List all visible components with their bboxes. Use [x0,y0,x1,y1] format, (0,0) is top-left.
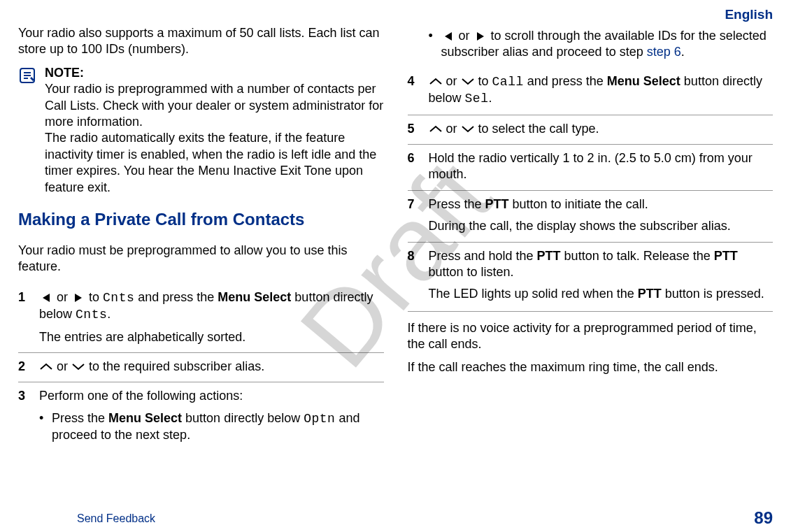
step-number: 7 [408,196,420,235]
sub-bullet: • or to scroll through the available IDs… [429,28,774,61]
ptt-label: PTT [485,197,509,211]
text: and press the [524,74,607,88]
menu-code: Call [492,75,524,89]
sub-bullets-cont: • or to scroll through the available IDs… [429,28,774,61]
step-crossref-link[interactable]: step 6 [647,45,681,59]
note-text-1: Your radio is preprogrammed with a numbe… [45,81,384,130]
text: to the required subscriber alias. [85,359,264,373]
step-result: The entries are alphabetically sorted. [39,329,384,345]
ptt-label: PTT [638,287,662,301]
bullet-icon: • [39,410,45,444]
text: to [85,290,103,304]
note-block: NOTE: Your radio is preprogrammed with a… [18,65,384,196]
step-body: or to select the call type. [429,121,774,137]
text: or [443,74,461,88]
step-body: Press the PTT button to initiate the cal… [429,196,774,235]
section-intro: Your radio must be preprogrammed to allo… [18,243,384,275]
step-body: or to Cnts and press the Menu Select but… [39,289,384,345]
nav-down-icon [71,362,85,372]
step-number: 5 [408,121,420,137]
bullet-icon: • [429,28,434,61]
step-body: or to the required subscriber alias. [39,359,384,375]
text: The LED lights up solid red when the [429,287,638,301]
text: . [107,307,111,321]
text: Press the [52,411,108,425]
steps-list-right: 4 or to Call and press the Menu Select b… [408,68,774,312]
nav-left-icon [441,31,455,41]
menu-code: Sel [465,92,489,106]
step-5: 5 or to select the call type. [408,115,774,144]
step-6: 6 Hold the radio vertically 1 to 2 in. (… [408,144,774,190]
nav-right-icon [71,293,85,303]
ptt-label: PTT [537,249,561,263]
step-body: Perform one of the following actions: • … [39,388,384,447]
step-body: Press and hold the PTT button to talk. R… [429,248,774,303]
text: Press the [429,197,485,211]
sub-bullet: • Press the Menu Select button directly … [39,410,384,444]
content-columns: Your radio also supports a maximum of 50… [14,25,777,455]
menu-code: Optn [304,412,335,426]
text: to [475,74,492,88]
bullet-text: or to scroll through the available IDs f… [441,28,774,61]
step-4: 4 or to Call and press the Menu Select b… [408,68,774,115]
step-2: 2 or to the required subscriber alias. [18,352,384,382]
step-8: 8 Press and hold the PTT button to talk.… [408,242,774,312]
note-text-2: The radio automatically exits the featur… [45,130,384,196]
menu-code: Cnts [103,291,134,305]
page-number: 89 [754,508,773,528]
text: button to initiate the call. [509,197,648,211]
menu-select-label: Menu Select [108,411,182,425]
text: . [488,91,492,105]
step-lead: Perform one of the following actions: [39,388,384,404]
nav-down-icon [461,124,475,134]
step-number: 8 [408,248,420,303]
step-number: 3 [18,388,31,447]
language-label: English [14,7,777,25]
text: Press and hold the [429,249,537,263]
bullet-text: Press the Menu Select button directly be… [52,410,384,444]
text: to select the call type. [475,122,599,136]
step-text: Hold the radio vertically 1 to 2 in. (2.… [429,150,774,183]
text: or [53,290,71,304]
step-number: 6 [408,150,420,183]
note-label: NOTE: [45,65,384,81]
step-result: During the call, the display shows the s… [429,218,774,234]
step-3: 3 Perform one of the following actions: … [18,382,384,454]
note-icon [18,65,38,196]
closing-paragraph-2: If the call reaches the maximum ring tim… [408,359,774,375]
menu-code: Cnts [76,308,107,322]
step-number: 1 [18,289,31,345]
step-body: Hold the radio vertically 1 to 2 in. (2.… [429,150,774,183]
sub-bullets: • Press the Menu Select button directly … [39,410,384,444]
menu-select-label: Menu Select [607,74,680,88]
closing-paragraph-1: If there is no voice activity for a prep… [408,320,774,353]
menu-select-label: Menu Select [218,290,291,304]
nav-down-icon [461,77,475,87]
footer-left: Send Feedback [77,512,155,525]
step-number: 4 [408,73,420,108]
right-column: • or to scroll through the available IDs… [408,25,774,455]
nav-up-icon [429,77,443,87]
nav-up-icon [39,362,53,372]
steps-list-left: 1 or to Cnts and press the Menu Select b… [18,284,384,455]
note-body: NOTE: Your radio is preprogrammed with a… [45,65,384,196]
text: to scroll through the available IDs for … [441,29,767,59]
step-number: 2 [18,359,31,375]
step-1: 1 or to Cnts and press the Menu Select b… [18,284,384,352]
ptt-label: PTT [714,249,738,263]
intro-paragraph: Your radio also supports a maximum of 50… [18,25,384,58]
section-heading: Making a Private Call from Contacts [18,208,384,230]
text: button is pressed. [662,287,764,301]
nav-right-icon [473,31,487,41]
nav-left-icon [39,293,53,303]
send-feedback-link[interactable]: Send Feedback [77,512,155,524]
nav-up-icon [429,124,443,134]
text: button to listen. [429,265,514,279]
text: button to talk. Release the [561,249,714,263]
text: button directly below [182,411,304,425]
step-body: or to Call and press the Menu Select but… [429,73,774,108]
text: or [53,359,71,373]
text: or [455,29,473,43]
step-7: 7 Press the PTT button to initiate the c… [408,190,774,242]
left-column: Your radio also supports a maximum of 50… [18,25,384,455]
